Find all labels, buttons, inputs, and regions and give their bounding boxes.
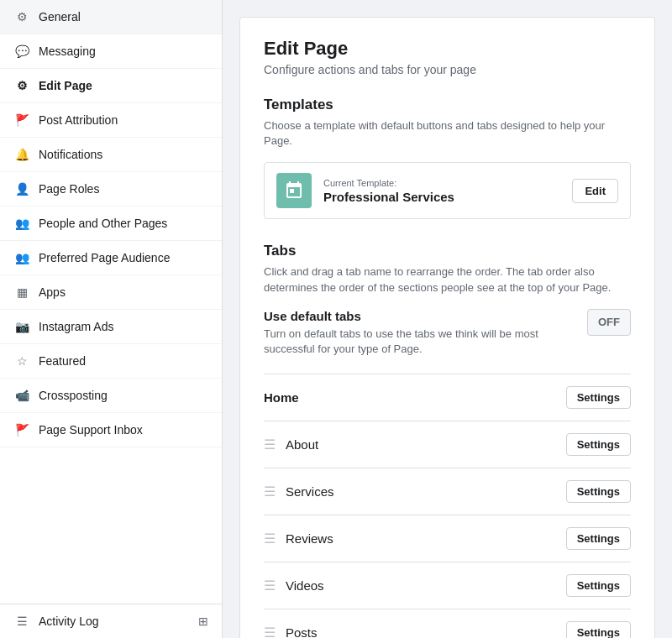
template-box: Current Template: Professional Services … (264, 162, 631, 219)
default-tabs-label: Use default tabs (264, 309, 577, 323)
default-tabs-toggle[interactable]: OFF (587, 309, 631, 336)
video-icon: 📹 (13, 387, 30, 404)
sidebar-item-preferred-page-audience[interactable]: 👥 Preferred Page Audience (0, 241, 222, 275)
sidebar-item-apps[interactable]: ▦ Apps (0, 275, 222, 310)
flag-icon: 🚩 (13, 112, 30, 128)
sidebar-item-label: Instagram Ads (39, 320, 114, 333)
sidebar-footer-label: Activity Log (39, 614, 99, 628)
sidebar-item-people-other-pages[interactable]: 👥 People and Other Pages (0, 207, 222, 241)
gear-icon: ⚙ (13, 77, 30, 94)
sidebar-item-label: Featured (39, 354, 86, 368)
tab-row-about: ☰ About Settings (264, 421, 631, 468)
sidebar-item-general[interactable]: ⚙ General (0, 0, 222, 34)
sidebar-item-label: Page Support Inbox (39, 423, 143, 437)
sidebar: ⚙ General 💬 Messaging ⚙ Edit Page 🚩 Post… (0, 0, 223, 638)
template-icon (276, 173, 312, 208)
sidebar-footer-activity-log[interactable]: ☰ Activity Log ⊞ (0, 604, 222, 638)
sidebar-item-messaging[interactable]: 💬 Messaging (0, 34, 222, 69)
list-icon: ☰ (13, 613, 30, 630)
star-icon: ☆ (13, 353, 30, 369)
template-name: Professional Services (323, 190, 572, 204)
calendar-icon (284, 180, 304, 201)
sidebar-item-instagram-ads[interactable]: 📷 Instagram Ads (0, 310, 222, 344)
tab-row-home: Home Settings (264, 374, 631, 421)
tab-posts-settings-button[interactable]: Settings (566, 621, 631, 638)
drag-handle-icon[interactable]: ☰ (264, 578, 276, 594)
template-edit-button[interactable]: Edit (572, 179, 618, 203)
sidebar-item-featured[interactable]: ☆ Featured (0, 344, 222, 379)
tab-home-settings-button[interactable]: Settings (566, 386, 631, 409)
page-title: Edit Page (264, 38, 631, 60)
tab-row-reviews: ☰ Reviews Settings (264, 515, 631, 562)
sidebar-item-crossposting[interactable]: 📹 Crossposting (0, 379, 222, 413)
template-text: Current Template: Professional Services (323, 178, 572, 204)
sidebar-item-post-attribution[interactable]: 🚩 Post Attribution (0, 103, 222, 138)
tab-home-label: Home (264, 390, 566, 405)
tab-videos-settings-button[interactable]: Settings (566, 574, 631, 597)
tab-about-label: About (286, 437, 566, 452)
default-tabs-text: Use default tabs Turn on default tabs to… (264, 309, 577, 357)
sidebar-item-label: Apps (39, 285, 66, 299)
drag-handle-icon[interactable]: ☰ (264, 437, 276, 452)
drag-handle-icon[interactable]: ☰ (264, 625, 276, 638)
sidebar-item-notifications[interactable]: 🔔 Notifications (0, 138, 222, 172)
sidebar-item-label: Preferred Page Audience (39, 251, 170, 264)
tab-services-settings-button[interactable]: Settings (566, 480, 631, 503)
tabs-section: Tabs Click and drag a tab name to rearra… (264, 243, 631, 638)
sidebar-item-label: Page Roles (39, 182, 99, 196)
person-icon: 👤 (13, 180, 30, 197)
template-label: Current Template: (323, 178, 572, 188)
templates-section: Templates Choose a template with default… (264, 97, 631, 219)
templates-section-desc: Choose a template with default buttons a… (264, 118, 631, 149)
sidebar-item-label: Messaging (39, 44, 96, 58)
templates-section-title: Templates (264, 97, 631, 113)
default-tabs-sublabel: Turn on default tabs to use the tabs we … (264, 327, 577, 357)
chat-icon: 💬 (13, 43, 30, 60)
camera-icon: 📷 (13, 318, 30, 335)
tabs-section-title: Tabs (264, 243, 631, 259)
sidebar-item-label: Post Attribution (39, 113, 118, 127)
sidebar-item-page-support-inbox[interactable]: 🚩 Page Support Inbox (0, 413, 222, 447)
tab-services-label: Services (286, 484, 566, 499)
sidebar-item-label: People and Other Pages (39, 217, 167, 230)
bell-icon: 🔔 (13, 146, 30, 163)
tab-row-posts: ☰ Posts Settings (264, 609, 631, 638)
tab-posts-label: Posts (286, 625, 566, 638)
sidebar-item-label: Edit Page (39, 79, 92, 92)
sidebar-item-label: Crossposting (39, 389, 108, 402)
tab-videos-label: Videos (286, 578, 566, 593)
default-tabs-row: Use default tabs Turn on default tabs to… (264, 309, 631, 357)
drag-handle-icon[interactable]: ☰ (264, 531, 276, 546)
people-icon: 👥 (13, 249, 30, 266)
drag-handle-icon[interactable]: ☰ (264, 484, 276, 499)
people-icon: 👥 (13, 215, 30, 232)
main-content: Edit Page Configure actions and tabs for… (223, 0, 672, 638)
grid-icon: ▦ (13, 284, 30, 301)
sidebar-item-edit-page[interactable]: ⚙ Edit Page (0, 69, 222, 103)
sidebar-item-label: General (39, 10, 81, 24)
page-subtitle: Configure actions and tabs for your page (264, 63, 631, 76)
sidebar-item-page-roles[interactable]: 👤 Page Roles (0, 172, 222, 207)
flag-icon: 🚩 (13, 421, 30, 438)
gear-icon: ⚙ (13, 8, 30, 25)
tab-reviews-label: Reviews (286, 531, 566, 546)
content-card: Edit Page Configure actions and tabs for… (239, 17, 655, 638)
tab-reviews-settings-button[interactable]: Settings (566, 527, 631, 550)
sidebar-item-label: Notifications (39, 148, 102, 161)
tab-row-videos: ☰ Videos Settings (264, 562, 631, 609)
tabs-section-desc: Click and drag a tab name to rearrange t… (264, 264, 631, 295)
tab-about-settings-button[interactable]: Settings (566, 433, 631, 456)
add-icon: ⊞ (198, 614, 208, 628)
tab-row-services: ☰ Services Settings (264, 468, 631, 515)
